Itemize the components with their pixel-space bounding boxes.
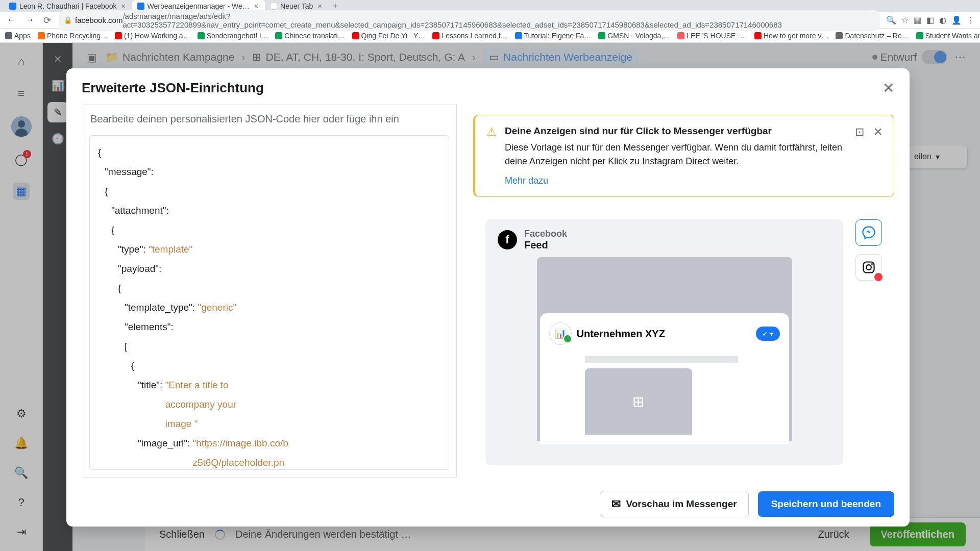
url-input[interactable]: 🔒 facebook.com/adsmanager/manage/ads/edi… — [59, 10, 880, 31]
extension-icon[interactable]: ◧ — [926, 15, 934, 25]
preview-brand: Facebook — [524, 229, 567, 239]
close-icon[interactable]: × — [253, 2, 260, 10]
json-editor-pane: Bearbeite deinen personalisierten JSON-C… — [82, 105, 457, 478]
back-icon[interactable]: ← — [5, 15, 17, 26]
bookmark-item[interactable]: How to get more v… — [754, 32, 829, 40]
feedback-icon[interactable]: ⊡ — [855, 126, 864, 139]
placeholder-bar — [585, 356, 738, 363]
svg-point-4 — [866, 265, 871, 270]
bookmark-item[interactable]: LEE 'S HOUSE -… — [677, 32, 747, 40]
bookmark-item[interactable]: GMSN - Vologda,… — [598, 32, 670, 40]
close-icon[interactable]: ✕ — [873, 126, 883, 139]
channel-selector — [855, 219, 882, 465]
json-editor-label: Bearbeite deinen personalisierten JSON-C… — [82, 105, 456, 131]
warning-title: Deine Anzeigen sind nur für Click to Mes… — [505, 126, 847, 137]
bookmark-item[interactable]: Tutorial: Eigene Fa… — [515, 32, 592, 40]
preview-pane: ⚠ Deine Anzeigen sind nur für Click to M… — [473, 105, 894, 478]
feed-card: f Facebook Feed 📊 Unternehmen XYZ ✓ ▾ — [485, 219, 843, 465]
browser-chrome: Leon R. Chaudhari | Facebook× Werbeanzei… — [0, 0, 980, 43]
phone-preview: 📊 Unternehmen XYZ ✓ ▾ ⊞ — [537, 257, 792, 441]
modal-title: Erweiterte JSON-Einrichtung — [82, 80, 264, 96]
messenger-icon[interactable] — [855, 219, 882, 246]
star-icon[interactable]: ☆ — [901, 15, 909, 25]
profile-avatar-icon[interactable]: 👤 — [951, 15, 962, 25]
company-name: Unternehmen XYZ — [577, 328, 751, 340]
svg-point-5 — [871, 263, 873, 265]
facebook-icon — [137, 3, 144, 10]
url-path: /adsmanager/manage/ads/edit?act=30325357… — [122, 12, 875, 29]
bookmark-item[interactable]: Phone Recycling… — [38, 32, 108, 40]
instagram-icon[interactable] — [855, 254, 882, 281]
warning-text: Diese Vorlage ist nur für den Messenger … — [505, 141, 847, 168]
close-icon[interactable]: ✕ — [883, 80, 894, 96]
bookmark-item[interactable]: Qing Fei De Yi - Y… — [352, 32, 426, 40]
lock-icon: 🔒 — [64, 16, 72, 24]
company-avatar: 📊 — [549, 322, 572, 345]
bookmark-item[interactable]: Student Wants an… — [916, 32, 980, 40]
bookmark-item[interactable]: Sonderangebot! l… — [198, 32, 268, 40]
json-editor[interactable]: {"message":{"attachment":{"type": "templ… — [89, 135, 449, 470]
learn-more-link[interactable]: Mehr dazu — [505, 176, 548, 186]
bookmark-item[interactable]: Chinese translati… — [275, 32, 345, 40]
facebook-icon — [9, 3, 16, 10]
feed-preview: f Facebook Feed 📊 Unternehmen XYZ ✓ ▾ — [473, 207, 894, 478]
reload-icon[interactable]: ⟳ — [42, 15, 53, 26]
image-placeholder: ⊞ — [585, 368, 692, 435]
zoom-icon[interactable]: 🔍 — [886, 15, 896, 25]
extension-icon[interactable]: ▦ — [914, 15, 921, 25]
json-setup-modal: Erweiterte JSON-Einrichtung ✕ Bearbeite … — [66, 68, 910, 527]
messenger-card: 📊 Unternehmen XYZ ✓ ▾ ⊞ — [540, 313, 789, 444]
extension-icon[interactable]: ◐ — [939, 15, 946, 25]
modal-footer: ✉ Vorschau im Messenger Speichern und be… — [66, 482, 910, 527]
close-icon[interactable]: × — [119, 2, 127, 10]
bookmark-item[interactable]: Datenschutz – Re… — [836, 32, 909, 40]
close-icon[interactable]: × — [316, 2, 323, 10]
preview-button[interactable]: ✉ Vorschau im Messenger — [600, 491, 748, 517]
save-button[interactable]: Speichern und beenden — [758, 491, 894, 517]
apps-button[interactable]: Apps — [5, 32, 31, 40]
toolbar-right: 🔍 ☆ ▦ ◧ ◐ 👤 ⋮ — [886, 15, 975, 25]
verified-pill: ✓ ▾ — [756, 327, 780, 341]
warning-icon: ⚠ — [486, 126, 497, 186]
modal-header: Erweiterte JSON-Einrichtung ✕ — [66, 68, 910, 105]
bookmark-item[interactable]: Lessons Learned f… — [432, 32, 507, 40]
url-domain: facebook.com — [75, 16, 122, 24]
menu-icon[interactable]: ⋮ — [967, 15, 975, 25]
google-icon — [270, 3, 277, 10]
forward-icon[interactable]: → — [23, 15, 36, 26]
warning-box: ⚠ Deine Anzeigen sind nur für Click to M… — [473, 115, 894, 197]
preview-surface: Feed — [524, 239, 567, 251]
messenger-icon: ✉ — [611, 497, 621, 511]
address-bar: ← → ⟳ 🔒 facebook.com/adsmanager/manage/a… — [0, 12, 980, 29]
facebook-logo-icon: f — [498, 230, 517, 249]
bookmark-item[interactable]: (1) How Working a… — [115, 32, 190, 40]
